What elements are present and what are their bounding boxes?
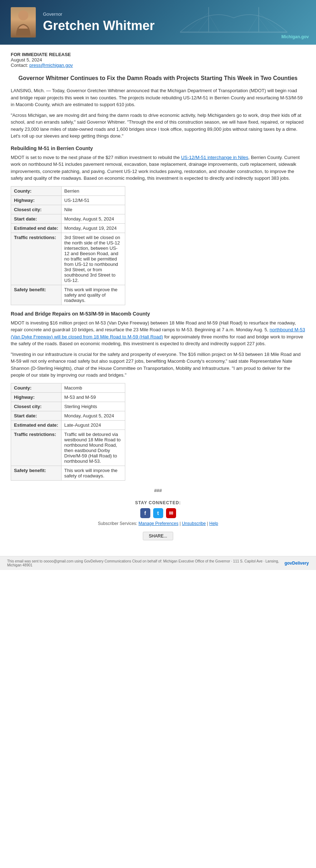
table-row: Highway:US-12/M-51 [11, 195, 125, 205]
governor-avatar [11, 7, 36, 38]
stay-connected-label: STAY CONNECTED: [11, 500, 305, 505]
table-value: Traffic will be detoured via westbound 1… [61, 430, 125, 466]
table-value: Nile [61, 205, 125, 214]
table-value: Macomb [61, 383, 125, 392]
table-value: M-53 and M-59 [61, 392, 125, 402]
table-value: Late-August 2024 [61, 420, 125, 430]
table-row: County:Berrien [11, 186, 125, 195]
table-value: This work will improve the safety of roa… [61, 466, 125, 480]
subscriber-services: Subscriber Services: Manage Preferences … [11, 521, 305, 526]
contact-email-link[interactable]: press@michigan.gov [29, 63, 73, 68]
page-header: Governor Gretchen Whitmer Michigan.gov [0, 0, 316, 45]
bridge-decoration [180, 4, 287, 43]
macomb-heading: Road and Bridge Repairs on M-53/M-59 in … [11, 311, 305, 317]
svg-point-3 [18, 10, 28, 20]
press-release-end: ### [11, 488, 305, 493]
table-label: Estimated end date: [11, 223, 62, 233]
main-headline: Governor Whitmer Continues to Fix the Da… [11, 74, 305, 82]
table-row: Closest city:Sterling Heights [11, 402, 125, 411]
table-label: Closest city: [11, 205, 62, 214]
table-row: Closest city:Nile [11, 205, 125, 214]
release-contact: Contact: press@michigan.gov [11, 63, 305, 68]
table-row: Traffic restrictions:3rd Street will be … [11, 233, 125, 285]
table-label: County: [11, 383, 62, 392]
table-value: Monday, August 5, 2024 [61, 411, 125, 420]
table-value: This work will improve the safety and qu… [61, 285, 125, 305]
table-row: County:Macomb [11, 383, 125, 392]
avatar-silhouette [14, 9, 32, 36]
footer-text: This email was sent to ooooo@gmail.com u… [7, 559, 285, 567]
govdelivery-logo: govDelivery [285, 561, 309, 566]
table-label: County: [11, 186, 62, 195]
email-icon[interactable]: ✉ [166, 508, 176, 518]
release-header: FOR IMMEDIATE RELEASE August 5, 2024 Con… [11, 52, 305, 68]
manage-prefs-link[interactable]: Manage Preferences [138, 521, 178, 526]
macomb-link[interactable]: northbound M-53 (Van Dyke Freeway) will … [11, 327, 305, 339]
table-label: Highway: [11, 392, 62, 402]
quote-2: "Investing in our infrastructure is cruc… [11, 351, 305, 379]
table-label: Start date: [11, 411, 62, 420]
release-label: FOR IMMEDIATE RELEASE [11, 52, 305, 57]
gov-name: Gretchen Whitmer [43, 18, 155, 33]
table-row: Traffic restrictions:Traffic will be det… [11, 430, 125, 466]
table-value: 3rd Street will be closed on the north s… [61, 233, 125, 285]
table-row: Start date:Monday, August 5, 2024 [11, 411, 125, 420]
table-row: Highway:M-53 and M-59 [11, 392, 125, 402]
facebook-icon[interactable]: f [140, 508, 150, 518]
table-value: Monday, August 19, 2024 [61, 223, 125, 233]
table-row: Estimated end date:Monday, August 19, 20… [11, 223, 125, 233]
berrien-heading: Rebuilding M-51 in Berrien County [11, 145, 305, 151]
footer-bar: This email was sent to ooooo@gmail.com u… [0, 556, 316, 570]
berrien-link[interactable]: US-12/M-51 interchange in Niles [181, 155, 248, 160]
table-label: Traffic restrictions: [11, 430, 62, 466]
intro-paragraph: LANSING, Mich. — Today, Governor Gretche… [11, 87, 305, 108]
social-icons-container: f t ✉ [11, 508, 305, 518]
gov-label: Governor [43, 11, 155, 17]
table-value: Monday, August 5, 2024 [61, 214, 125, 223]
quote-1: "Across Michigan, we are moving dirt and… [11, 112, 305, 140]
share-button[interactable]: SHARE... [143, 532, 173, 540]
berrien-table: County:BerrienHighway:US-12/M-51Closest … [11, 186, 125, 305]
twitter-icon[interactable]: t [153, 508, 163, 518]
macomb-body-1: MDOT is investing $16 million project on… [11, 319, 305, 347]
table-label: Start date: [11, 214, 62, 223]
share-container: SHARE... [11, 529, 305, 543]
table-value: Berrien [61, 186, 125, 195]
help-link[interactable]: Help [209, 521, 218, 526]
table-row: Safety benefit:This work will improve th… [11, 466, 125, 480]
table-label: Closest city: [11, 402, 62, 411]
table-label: Traffic restrictions: [11, 233, 62, 285]
table-row: Start date:Monday, August 5, 2024 [11, 214, 125, 223]
berrien-body: MDOT is set to move to the next phase of… [11, 154, 305, 182]
release-date: August 5, 2024 [11, 57, 305, 63]
header-title-area: Governor Gretchen Whitmer [43, 11, 155, 33]
unsubscribe-link[interactable]: Unsubscribe [182, 521, 206, 526]
michigan-logo: Michigan.gov [281, 34, 309, 39]
table-row: Safety benefit:This work will improve th… [11, 285, 125, 305]
table-label: Estimated end date: [11, 420, 62, 430]
table-value: Sterling Heights [61, 402, 125, 411]
table-label: Highway: [11, 195, 62, 205]
table-label: Safety benefit: [11, 285, 62, 305]
table-row: Estimated end date:Late-August 2024 [11, 420, 125, 430]
macomb-table: County:MacombHighway:M-53 and M-59Closes… [11, 383, 125, 481]
table-value: US-12/M-51 [61, 195, 125, 205]
table-label: Safety benefit: [11, 466, 62, 480]
main-content: FOR IMMEDIATE RELEASE August 5, 2024 Con… [0, 45, 316, 550]
